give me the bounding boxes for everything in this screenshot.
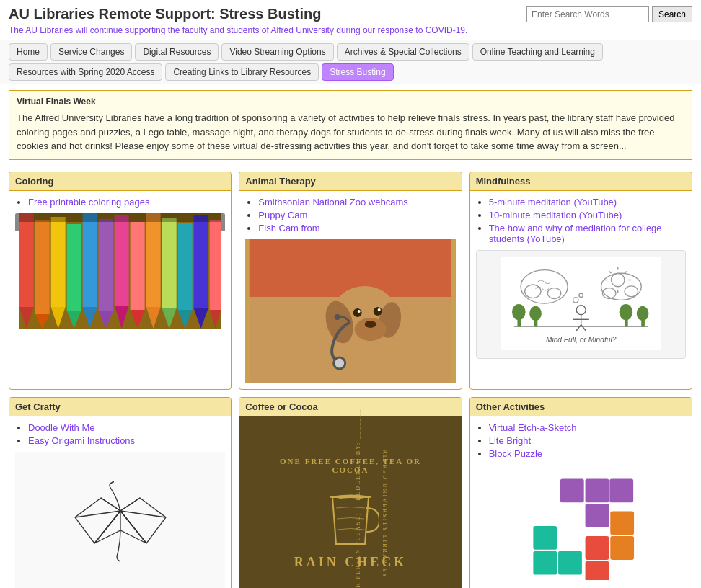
coffee-cup-svg — [322, 483, 379, 548]
svg-rect-5 — [51, 217, 66, 307]
nav-digital-resources[interactable]: Digital Resources — [135, 43, 219, 61]
coffee-side-text-left: (ONE PER PERSON PLEASE) REDEEMED BY: ___… — [355, 408, 361, 588]
other-link-1[interactable]: Virtual Etch-a-Sketch — [489, 422, 577, 433]
animal-therapy-header: Animal Therapy — [239, 172, 461, 191]
mindfulness-body: 5-minute meditation (YouTube) 10-minute … — [470, 191, 692, 365]
coffee-image: (ONE PER PERSON PLEASE) REDEEMED BY: ___… — [239, 416, 461, 589]
coloring-link-1[interactable]: Free printable coloring pages — [28, 197, 149, 208]
search-input[interactable] — [526, 6, 649, 22]
nav-spring-access[interactable]: Resources with Spring 2020 Access — [9, 63, 162, 81]
svg-point-42 — [335, 314, 340, 320]
svg-rect-1 — [19, 213, 34, 307]
svg-rect-87 — [586, 504, 609, 527]
mindfulness-link-2[interactable]: 10-minute meditation (YouTube) — [489, 210, 622, 220]
animal-link-2[interactable]: Puppy Cam — [258, 210, 307, 220]
svg-rect-29 — [250, 239, 451, 297]
svg-point-36 — [365, 321, 376, 328]
main-content: Coloring Free printable coloring pages — [0, 166, 701, 589]
nav-home[interactable]: Home — [9, 43, 48, 61]
mindfulness-header: Mindfulness — [470, 172, 692, 191]
other-activities-body: Virtual Etch-a-Sketch Lite Bright Block … — [470, 416, 692, 589]
nav-archives[interactable]: Archives & Special Collections — [337, 43, 469, 61]
svg-rect-13 — [115, 215, 129, 306]
announcement-text: The Alfred University Libraries have a l… — [17, 111, 684, 153]
svg-rect-7 — [67, 224, 81, 311]
search-button[interactable]: Search — [652, 6, 692, 22]
svg-rect-92 — [586, 561, 609, 579]
svg-rect-15 — [131, 222, 145, 310]
mindfulness-link-1[interactable]: 5-minute meditation (YouTube) — [489, 197, 617, 208]
get-crafty-body: Doodle With Me Easy Origami Instructions — [9, 416, 231, 589]
svg-point-72 — [636, 306, 648, 320]
svg-rect-27 — [19, 213, 221, 222]
mindfulness-image: Mind Full, or Mindful? — [476, 250, 686, 359]
svg-point-38 — [374, 307, 382, 316]
animal-link-1[interactable]: Smithsonian National Zoo webcams — [258, 197, 407, 208]
coffee-line1: ONE FREE COFFEE, TEA OR COCOA — [268, 457, 432, 474]
svg-rect-91 — [586, 536, 609, 560]
nav-service-changes[interactable]: Service Changes — [50, 43, 132, 61]
svg-marker-76 — [120, 498, 166, 543]
other-activities-card: Other Activities Virtual Etch-a-Sketch L… — [469, 397, 692, 589]
svg-point-39 — [358, 310, 361, 313]
svg-point-61 — [512, 303, 526, 319]
tetris-image — [476, 465, 686, 587]
svg-rect-94 — [611, 536, 635, 560]
animal-link-3[interactable]: Fish Cam from — [258, 223, 319, 233]
svg-rect-88 — [534, 526, 557, 550]
get-crafty-card: Get Crafty Doodle With Me Easy Origami I… — [9, 397, 232, 589]
get-crafty-header: Get Crafty — [9, 398, 231, 416]
other-link-3[interactable]: Block Puzzle — [489, 448, 542, 459]
svg-rect-86 — [610, 478, 634, 502]
svg-rect-11 — [99, 219, 113, 311]
coffee-side-text-right: ALFRED UNIVERSITY LIBRARIES — [381, 449, 387, 577]
svg-point-63 — [529, 306, 542, 320]
svg-rect-25 — [210, 220, 221, 310]
page-header: AU Libraries Remote Support: Stress Bust… — [0, 0, 701, 25]
svg-rect-9 — [83, 213, 97, 307]
mindfulness-card: Mindfulness 5-minute meditation (YouTube… — [469, 172, 692, 390]
svg-point-37 — [353, 308, 362, 317]
nav-stress-busting[interactable]: Stress Busting — [322, 63, 393, 81]
svg-rect-19 — [162, 218, 177, 308]
page-title: AU Libraries Remote Support: Stress Bust… — [9, 6, 321, 22]
nav-creating-links[interactable]: Creating Links to Library Resources — [165, 63, 319, 81]
coffee-body: (ONE PER PERSON PLEASE) REDEEMED BY: ___… — [239, 416, 461, 589]
nav-online-teaching[interactable]: Online Teaching and Learning — [472, 43, 603, 61]
coffee-card: Coffee or Cocoa (ONE PER PERSON PLEASE) … — [239, 397, 462, 589]
svg-line-82 — [101, 498, 120, 511]
other-link-2[interactable]: Lite Bright — [489, 435, 532, 446]
svg-rect-85 — [586, 478, 609, 502]
crafty-link-1[interactable]: Doodle With Me — [28, 422, 94, 433]
origami-image — [15, 452, 225, 589]
animal-therapy-body: Smithsonian National Zoo webcams Puppy C… — [239, 191, 461, 389]
page-subtitle: The AU Libraries will continue supportin… — [0, 25, 701, 40]
dog-svg — [245, 239, 455, 383]
coloring-pencils-image — [15, 213, 225, 329]
crafty-link-2[interactable]: Easy Origami Instructions — [28, 435, 135, 446]
svg-marker-75 — [75, 498, 120, 543]
svg-rect-21 — [178, 223, 193, 310]
mindfulness-link-3[interactable]: The how and why of mediation for college… — [489, 223, 662, 244]
svg-rect-89 — [534, 551, 557, 574]
animal-therapy-card: Animal Therapy Smithsonian National Zoo … — [239, 172, 462, 390]
svg-point-40 — [378, 308, 381, 311]
origami-svg — [56, 459, 185, 589]
pencils-svg — [15, 213, 225, 329]
svg-rect-93 — [611, 511, 635, 535]
coffee-header: Coffee or Cocoa — [239, 398, 461, 416]
dog-image — [245, 239, 455, 383]
other-activities-header: Other Activities — [470, 398, 692, 416]
coloring-card-header: Coloring — [9, 172, 231, 191]
tetris-svg — [526, 472, 635, 580]
svg-rect-3 — [35, 220, 50, 314]
svg-rect-17 — [146, 213, 161, 307]
nav-video-streaming[interactable]: Video Streaming Options — [221, 43, 333, 61]
svg-rect-23 — [194, 215, 208, 308]
announcement-title: Virtual Finals Week — [17, 97, 684, 107]
announcement-box: Virtual Finals Week The Alfred Universit… — [9, 90, 692, 160]
coloring-card: Coloring Free printable coloring pages — [9, 172, 232, 390]
search-area: Search — [526, 6, 692, 22]
nav-bar: Home Service Changes Digital Resources V… — [0, 40, 701, 84]
svg-rect-84 — [560, 478, 584, 502]
